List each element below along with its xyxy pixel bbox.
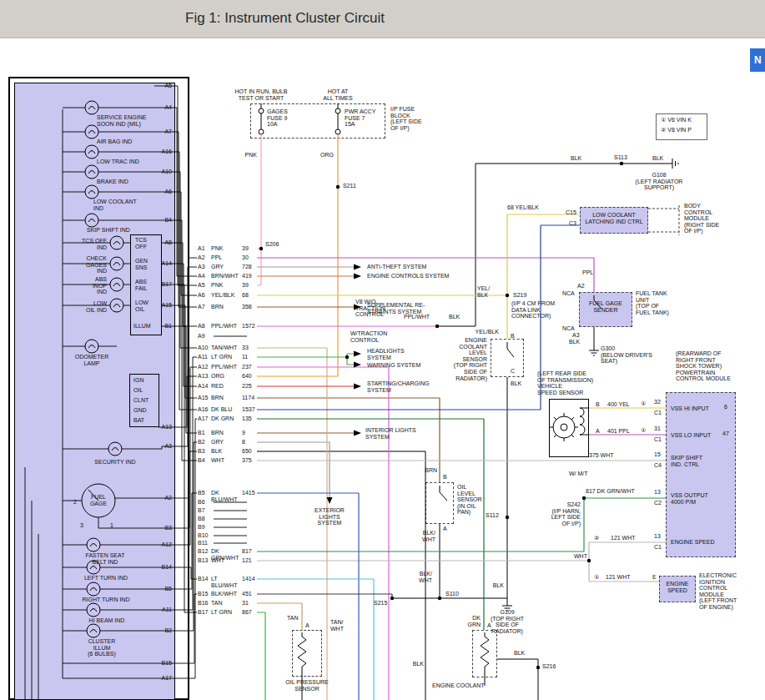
vss-lo-variant-mark: ①	[641, 427, 646, 434]
blk-to-ground-label: BLK	[491, 582, 504, 589]
engine-speed-wire-label-1: 121 WHT	[611, 535, 636, 541]
edge-pin: B2	[155, 627, 172, 634]
low-oil-indicator-label: LOW OIL IND	[77, 300, 107, 313]
fuse9-label: GAGES FUSE 9 10A	[267, 108, 288, 128]
engine-coolant-sensor-label: ENGINE COOLANT	[432, 682, 485, 689]
driver-box-low-oil: LOW OIL	[135, 300, 148, 312]
oil-sensor-pin-b: B	[443, 474, 447, 481]
connector-row: A17DK GRN135	[198, 415, 252, 422]
vss-location-label: (LEFT REAR SIDE OF TRANSMISSION) VEHICLE…	[537, 370, 604, 395]
row-pin: B1	[198, 430, 211, 436]
brake-indicator-label: BRAKE IND	[97, 179, 128, 185]
row-pin: A9	[198, 333, 211, 340]
row-wire-color: WHT	[211, 557, 242, 564]
terminal-clnt: CLNT	[133, 397, 148, 404]
ppl-wire-label: PPL	[582, 269, 593, 276]
pplwht-wire-label: PPL/WHT	[404, 314, 430, 320]
brn-wires	[257, 307, 440, 482]
row-circuit: 1537	[242, 406, 255, 413]
fuel-gage-label: FUEL GAGE	[88, 494, 108, 506]
lowtrac-indicator-label: LOW TRAC IND	[97, 159, 139, 165]
v8-wo-traction-label: V8 W/O TRACTION CONTROL	[355, 299, 390, 318]
row-pin: B8	[198, 516, 211, 522]
connector-row: A9	[198, 333, 242, 340]
connector-row: B6	[198, 499, 242, 506]
low-coolant-indicator-label: LOW COOLANT IND	[93, 199, 145, 211]
edge-pin: A5	[155, 83, 172, 89]
coolant-temp-sensor-box	[472, 630, 497, 677]
row-pin: A5	[198, 282, 211, 289]
connector-row: A8PPL/WHT1572	[198, 323, 255, 330]
coolant-level-sensor-label: ENGINE COOLANT LEVEL SENSOR (TOP RIGHT S…	[447, 337, 487, 381]
edge-pin: A7	[155, 128, 172, 135]
row-pin: B16	[198, 600, 211, 607]
vss-lo-wire-label: 401 PPL	[607, 428, 630, 435]
variant-mark-v8: ②	[594, 535, 599, 541]
edge-pin: A13	[155, 424, 172, 431]
s242-label: S242 (I/P HARN, LEFT SIDE OF I/P)	[542, 501, 581, 526]
row-pin: A17	[198, 415, 211, 422]
row-pin: B15	[198, 591, 211, 597]
pnk-wires	[257, 134, 261, 285]
row-wire-color: DK BLU	[211, 406, 242, 413]
fuel-pin-2: 2	[73, 499, 77, 506]
vss-pin-a: A	[596, 428, 600, 435]
row-pin: B7	[198, 507, 211, 514]
row-circuit: 225	[242, 383, 252, 390]
pcm-alt-pin-47: 47	[722, 431, 729, 437]
fuse7-label: PWR ACCY FUSE 7 15A	[345, 108, 375, 128]
edge-pin: A10	[155, 169, 172, 175]
row-circuit: 8	[242, 439, 245, 446]
coolant-sensor-pin-c: C	[511, 368, 515, 375]
row-circuit: 728	[242, 264, 252, 270]
connector-row: B11	[198, 540, 242, 546]
g300-ground-label: G300 (BELOW DRIVER'S SEAT)	[601, 345, 652, 365]
row-pin: B13	[198, 557, 211, 564]
row-wire-color: WHT	[211, 457, 242, 464]
row-circuit: 237	[242, 364, 252, 370]
connector-row: A15BRN1174	[198, 395, 254, 401]
row-pin: A10	[198, 345, 211, 351]
blkwht-wire-label-2: BLK/ WHT	[410, 571, 432, 583]
dkgrn-wires	[257, 419, 484, 630]
driver-box-gen-sns: GEN SNS	[135, 258, 148, 270]
row-wire-color: BRN/WHT	[211, 273, 242, 279]
pcm-conn-c1-b: C1	[654, 436, 662, 443]
next-button[interactable]: N	[750, 48, 765, 72]
edge-pin: A11	[155, 607, 172, 613]
fuel-pin-3: 3	[80, 522, 83, 529]
blk-right-label: BLK	[652, 155, 663, 162]
driver-box-illum: ILLUM	[133, 323, 151, 330]
row-circuit: 68	[242, 292, 249, 299]
connector-row: A7BRN358	[198, 304, 252, 310]
row-wire-color	[211, 333, 242, 340]
connector-row: B7	[198, 507, 242, 514]
coolant-level-sensor-box	[491, 339, 524, 377]
connector-row: B10	[198, 532, 242, 539]
connector-row: B17LT GRN867	[198, 609, 252, 616]
connector-row: B4WHT375	[198, 457, 252, 464]
org-wires	[257, 134, 338, 376]
connector-row: A5PNK39	[198, 282, 249, 289]
edge-pin: B4	[155, 217, 172, 224]
oil-pressure-pin-a: A	[305, 622, 310, 629]
sender-nca-bottom: NCA	[562, 325, 575, 332]
edge-pin: B5	[155, 586, 172, 592]
pcm-skip-shift-ctrl: SKIP SHIFT IND. CTRL	[671, 455, 702, 467]
row-circuit: 419	[242, 273, 252, 279]
pcm-conn-c1-c: C1	[654, 544, 662, 551]
s216-label: S216	[542, 663, 556, 670]
connector-row: A14RED225	[198, 383, 252, 390]
connector-row: A13ORG640	[198, 373, 252, 380]
edge-pin: A17	[155, 675, 172, 682]
pnk-label: PNK	[237, 152, 257, 159]
w-mt-label: W/ M/T	[569, 471, 588, 477]
wht-wire-label: WHT	[574, 553, 587, 560]
connector-row: B9	[198, 524, 242, 531]
row-pin: B10	[198, 532, 211, 539]
edge-pin: B3	[155, 525, 172, 531]
variant-mark-v6: ①	[594, 574, 599, 581]
edge-pin: A16	[155, 149, 172, 155]
exterior-lights-system-label: EXTERIOR LIGHTS SYSTEM	[310, 507, 349, 526]
connector-row: A1PNK39	[198, 245, 249, 252]
